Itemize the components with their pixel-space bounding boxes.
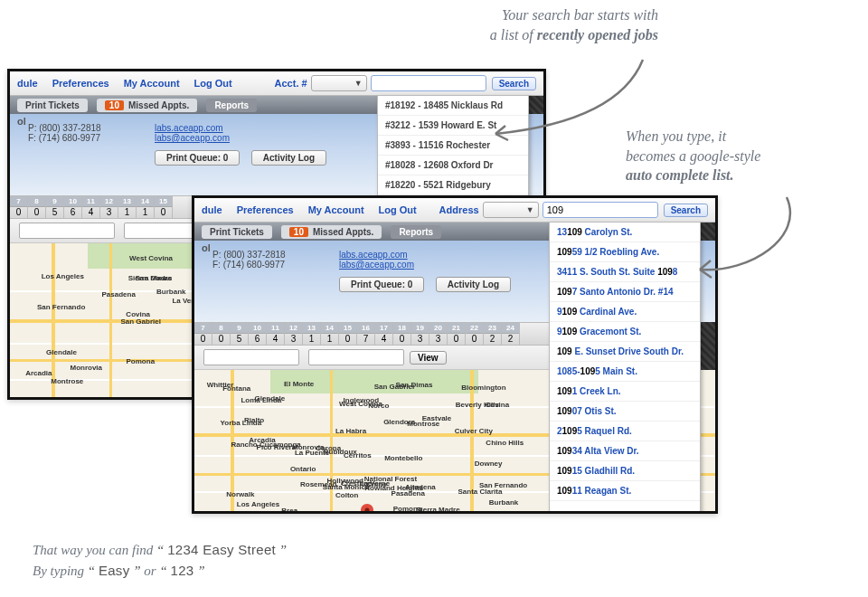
topbar: dule Preferences My Account Log Out Acct… [10,71,543,96]
reports-button[interactable]: Reports [391,225,441,239]
map-city-label: Covina [485,401,509,409]
hour-cell: 141 [321,323,339,345]
autocomplete-item[interactable]: 13109 Carolyn St. [550,223,700,242]
search-input[interactable] [371,75,486,91]
search-input[interactable] [542,202,658,218]
hour-cell: 131 [118,196,137,218]
map-city-label: Rialto [244,416,264,424]
hour-cell: 150 [155,196,173,218]
autocomplete-item[interactable]: 10959 1/2 Roebling Ave. [550,242,700,262]
search-mode-select[interactable]: ▼ [311,75,367,91]
map-city-label: Los Angeles [237,500,279,508]
recent-job-item[interactable]: #18192 - 18485 Nicklaus Rd [378,96,528,116]
map-city-label: Sierra Madre [416,506,459,514]
print-tickets-button[interactable]: Print Tickets [202,225,272,239]
autocomplete-item[interactable]: 109 E. Sunset Drive South Dr. [550,342,700,362]
reports-button[interactable]: Reports [206,99,257,112]
nav-preferences[interactable]: Preferences [52,78,109,89]
hour-cell: 80 [28,196,46,218]
nav-schedule[interactable]: dule [202,204,222,215]
missed-count-badge: 10 [105,100,124,110]
topbar: dule Preferences My Account Log Out Addr… [194,198,715,223]
autocomplete-item[interactable]: 10911 Reagan St. [550,481,700,501]
autocomplete-item[interactable]: 1097 Santo Antonio Dr. #14 [550,282,700,302]
hour-cell: 210 [448,323,466,345]
map-city-label: La Habra [335,427,366,435]
hour-cell: 106 [249,323,267,345]
missed-appts-button[interactable]: 10 Missed Appts. [97,99,198,112]
truncated-text: ol [17,116,26,127]
autocomplete-item[interactable]: 3411 S. South St. Suite 1098 [550,262,700,282]
print-tickets-button[interactable]: Print Tickets [17,99,88,112]
hour-cell: 174 [375,323,393,345]
hour-cell: 80 [212,323,231,345]
recent-jobs-dropdown: #18192 - 18485 Nicklaus Rd#3212 - 1539 H… [377,95,529,196]
search-button[interactable]: Search [492,77,536,90]
autocomplete-item[interactable]: 21095 Raquel Rd. [550,422,700,441]
annotation-bottom: That way you can find “ 1234 Easy Street… [33,540,287,581]
search-button[interactable]: Search [664,204,708,217]
autocomplete-item[interactable]: 10934 Alta View Dr. [550,441,700,461]
email-link[interactable]: labs@aceapp.com [155,133,230,143]
nav-my-account[interactable]: My Account [124,78,180,89]
recent-job-item[interactable]: #18220 - 5521 Ridgebury [378,175,528,195]
hour-cell: 70 [194,323,212,345]
activity-log-button[interactable]: Activity Log [436,277,511,292]
activity-log-button[interactable]: Activity Log [251,150,326,166]
map-city-label: Norwalk [226,490,254,498]
hour-cell: 131 [303,323,321,345]
map-city-label: Pomona [393,505,422,513]
map-marker-icon [361,504,373,514]
map-city-label: Downey [475,460,503,468]
filter-input-1[interactable] [203,349,299,365]
nav-log-out[interactable]: Log Out [194,78,232,89]
recent-job-item[interactable]: #3893 - 11516 Rochester [378,136,528,156]
autocomplete-item[interactable]: 9109 Gracemont St. [550,322,700,342]
recent-job-item[interactable]: #3212 - 1539 Howard E. St [378,116,528,136]
hour-cell: 95 [46,196,64,218]
map-city-label: Colton [335,491,358,499]
hour-cell: 242 [502,323,520,345]
svg-point-0 [365,508,370,513]
search-mode-select[interactable]: ▼ [483,202,539,218]
chevron-down-icon: ▼ [354,79,363,88]
autocomplete-item[interactable]: 10907 Otis St. [550,402,700,422]
hour-cell: 114 [267,323,285,345]
map-city-label: Bloomington [461,384,505,392]
hour-cell: 220 [466,323,484,345]
autocomplete-dropdown: 13109 Carolyn St.10959 1/2 Roebling Ave.… [549,222,701,513]
recent-job-item[interactable]: #18028 - 12608 Oxford Dr [378,156,528,175]
nav-log-out[interactable]: Log Out [379,204,417,215]
search-mode-label: Acct. # [275,78,307,89]
view-button[interactable]: View [410,351,447,365]
autocomplete-item[interactable]: 1091 Creek Ln. [550,382,700,402]
truncated-text: ol [202,242,211,253]
map-city-label: Cerritos [344,451,372,460]
filter-input-2[interactable] [308,349,404,365]
autocomplete-item[interactable]: 1085-1095 Main St. [550,362,700,382]
print-queue-button[interactable]: Print Queue: 0 [339,277,424,292]
missed-count-badge: 10 [289,227,308,237]
site-link[interactable]: labs.aceapp.com [339,250,408,260]
hour-cell: 193 [411,323,429,345]
map-city-label: Covina [126,310,150,318]
map-city-label: Rancho Cucamonga [231,441,300,449]
annotation-right: When you type, it becomes a google-style… [626,127,861,185]
hour-cell: 232 [484,323,502,345]
map-city-label: Arcadia [25,369,52,377]
missed-appts-button[interactable]: 10 Missed Appts. [281,225,382,239]
nav-preferences[interactable]: Preferences [237,204,294,215]
filter-input-1[interactable] [19,223,115,239]
nav-schedule[interactable]: dule [17,78,38,89]
autocomplete-item[interactable]: 9109 Cardinal Ave. [550,302,700,322]
map-city-label: San Fernando [479,481,527,489]
map-city-label: Brea [281,507,297,514]
map-city-label: Burbank [489,498,518,507]
annotation-top: Your search bar starts with a list of re… [360,5,658,44]
email-link[interactable]: labs@aceapp.com [339,260,414,270]
print-queue-button[interactable]: Print Queue: 0 [155,150,240,166]
map-city-label: San Gabriel [120,317,160,326]
autocomplete-item[interactable]: 10915 Gladhill Rd. [550,461,700,481]
site-link[interactable]: labs.aceapp.com [155,123,223,133]
nav-my-account[interactable]: My Account [308,204,364,215]
